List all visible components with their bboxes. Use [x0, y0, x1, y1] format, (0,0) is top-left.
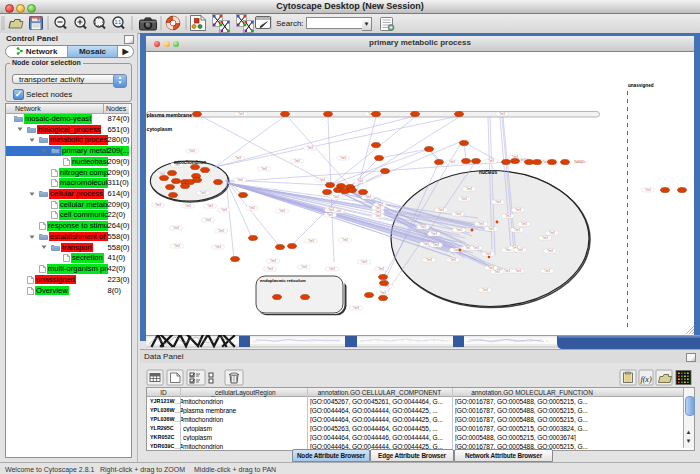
svg-text:unassigned: unassigned	[628, 83, 654, 88]
svg-text:Tim3: Tim3	[237, 178, 243, 182]
svg-text:nucleus: nucleus	[479, 170, 497, 175]
svg-text:Tim3: Tim3	[375, 214, 381, 218]
svg-text:Tim3: Tim3	[521, 222, 527, 226]
svg-text:Tim3: Tim3	[342, 238, 348, 242]
svg-text:Tim3: Tim3	[504, 269, 510, 273]
svg-text:Tim3: Tim3	[340, 156, 346, 160]
svg-text:Tim3: Tim3	[431, 232, 437, 236]
svg-text:1:1: 1:1	[115, 20, 122, 25]
svg-text:Tim3: Tim3	[488, 227, 494, 231]
svg-text:Tim3: Tim3	[267, 267, 273, 271]
svg-text:Tim3: Tim3	[174, 244, 180, 248]
svg-text:Tim3: Tim3	[319, 178, 325, 182]
svg-text:Tim3: Tim3	[155, 203, 161, 207]
svg-text:plasma membrane: plasma membrane	[147, 112, 193, 118]
svg-text:cytoplasm: cytoplasm	[147, 126, 173, 132]
svg-text:Tim3: Tim3	[238, 112, 244, 116]
svg-text:Tim3: Tim3	[461, 197, 467, 201]
svg-text:Tim3: Tim3	[515, 208, 521, 212]
svg-text:Tim3: Tim3	[327, 213, 333, 217]
svg-text:Tim3: Tim3	[455, 212, 461, 216]
svg-text:Tim3: Tim3	[375, 206, 381, 210]
svg-text:Tim3: Tim3	[499, 112, 505, 116]
svg-text:Tim3: Tim3	[307, 146, 313, 150]
svg-text:Tim3: Tim3	[353, 306, 359, 310]
svg-text:Tim3: Tim3	[328, 208, 334, 212]
svg-text:Tim3: Tim3	[514, 228, 520, 232]
svg-text:Tim3: Tim3	[365, 195, 371, 199]
svg-text:Tim3: Tim3	[294, 159, 300, 163]
svg-text:Tim3: Tim3	[235, 156, 241, 160]
svg-text:Tim3: Tim3	[456, 228, 462, 232]
svg-text:Tim3: Tim3	[329, 267, 335, 271]
svg-text:Tim3: Tim3	[301, 265, 307, 269]
svg-text:Tim3: Tim3	[420, 225, 426, 229]
svg-text:f(x): f(x)	[640, 375, 651, 384]
svg-text:Tim3: Tim3	[205, 218, 211, 222]
svg-text:mitochondrion: mitochondrion	[174, 160, 206, 165]
svg-text:Tim3: Tim3	[517, 248, 523, 252]
svg-text:Tim3: Tim3	[450, 258, 456, 262]
svg-text:Tim3: Tim3	[215, 245, 221, 249]
svg-text:Tim3: Tim3	[270, 259, 276, 263]
svg-text:Tim3: Tim3	[375, 210, 381, 214]
svg-text:Tim3: Tim3	[485, 252, 491, 256]
svg-text:Tim3: Tim3	[361, 260, 367, 264]
svg-text:Tim3: Tim3	[218, 229, 224, 233]
svg-text:endoplasmic reticulum: endoplasmic reticulum	[260, 278, 306, 283]
svg-text:Tim3: Tim3	[544, 269, 550, 273]
svg-text:Tim3: Tim3	[426, 258, 432, 262]
svg-text:Tim3: Tim3	[249, 206, 255, 210]
svg-text:Tim3: Tim3	[449, 160, 455, 164]
svg-text:Tim3: Tim3	[542, 236, 548, 240]
svg-text:Tim3: Tim3	[549, 231, 555, 235]
svg-text:Tim3: Tim3	[495, 200, 501, 204]
svg-text:Tim3: Tim3	[189, 149, 195, 153]
svg-text:Tim3: Tim3	[423, 242, 429, 246]
svg-text:Tim3: Tim3	[380, 291, 386, 295]
svg-text:Tim3: Tim3	[221, 208, 227, 212]
svg-text:Yol002c: Yol002c	[574, 160, 586, 164]
svg-text:Tim3: Tim3	[207, 204, 213, 208]
svg-text:Tim3: Tim3	[378, 267, 384, 271]
svg-text:Tim3: Tim3	[261, 167, 267, 171]
svg-text:Tim3: Tim3	[438, 208, 444, 212]
svg-text:Tim3: Tim3	[473, 246, 479, 250]
svg-text:Tim3: Tim3	[488, 266, 494, 270]
svg-text:Tim3: Tim3	[308, 239, 314, 243]
svg-text:Tim3: Tim3	[494, 270, 500, 274]
svg-text:Tim3: Tim3	[185, 204, 191, 208]
svg-text:Tim3: Tim3	[515, 269, 521, 273]
svg-text:Tim3: Tim3	[453, 248, 459, 252]
svg-text:Tim3: Tim3	[505, 214, 511, 218]
svg-text:Tim3: Tim3	[333, 195, 339, 199]
svg-text:Tim3: Tim3	[488, 159, 494, 163]
svg-text:Tim3: Tim3	[173, 226, 179, 230]
svg-text:Tim3: Tim3	[645, 188, 651, 192]
svg-text:Tim3: Tim3	[200, 191, 206, 195]
svg-text:Tim3: Tim3	[466, 187, 472, 191]
svg-text:Tim3: Tim3	[357, 179, 363, 183]
svg-text:Tim3: Tim3	[478, 222, 484, 226]
svg-text:Tim3: Tim3	[433, 243, 439, 247]
svg-text:Tim3: Tim3	[482, 288, 488, 292]
svg-text:Tim3: Tim3	[547, 249, 553, 253]
svg-text:Tim3: Tim3	[279, 209, 285, 213]
